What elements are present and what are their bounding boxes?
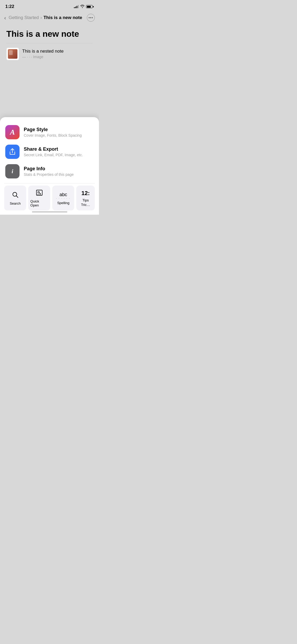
status-time: 1:22 xyxy=(5,4,14,9)
status-icons xyxy=(74,4,94,9)
svg-line-4 xyxy=(40,193,41,194)
bottom-sheet: A Page Style Cover Image, Fonts, Block S… xyxy=(0,117,99,215)
more-dots-icon: ••• xyxy=(88,16,93,20)
page-style-text: Page Style Cover Image, Fonts, Block Spa… xyxy=(24,127,82,137)
search-action-button[interactable]: Search xyxy=(4,186,26,210)
svg-point-3 xyxy=(38,191,39,193)
wifi-icon xyxy=(80,4,84,9)
nested-note-thumbnail xyxy=(6,48,19,60)
back-button[interactable]: ‹ xyxy=(4,15,7,21)
status-bar: 1:22 xyxy=(0,0,99,12)
battery-icon xyxy=(86,5,94,8)
nested-note-title: This is a nested note xyxy=(22,49,64,54)
breadcrumb-current: This is a new note xyxy=(44,15,82,20)
quick-open-action-button[interactable]: Quick Open xyxy=(28,186,50,210)
thumbnail-image xyxy=(8,49,17,59)
nested-note-item[interactable]: This is a nested note — · · · Image xyxy=(6,48,93,60)
page-style-icon: A xyxy=(5,125,20,139)
nested-note-text: This is a nested note — · · · Image xyxy=(22,49,64,59)
spelling-label: Spelling xyxy=(57,201,69,205)
note-title: This is a new note xyxy=(6,29,93,39)
sheet-divider xyxy=(4,183,95,183)
share-export-item[interactable]: Share & Export Secret Link, Email, PDF, … xyxy=(4,142,95,162)
search-icon xyxy=(12,191,19,200)
note-divider xyxy=(6,43,93,43)
search-label: Search xyxy=(10,201,21,205)
share-arrow-icon xyxy=(9,148,16,155)
tips-action-button[interactable]: 12: TipsTric… xyxy=(76,186,95,210)
spelling-action-button[interactable]: abc · · · · · · Spelling xyxy=(52,186,74,210)
share-export-icon xyxy=(5,145,20,159)
page-style-subtitle: Cover Image, Fonts, Block Spacing xyxy=(24,133,82,137)
page-style-title: Page Style xyxy=(24,127,82,132)
actions-row: Search Quick Open abc · · · · · · xyxy=(4,186,95,210)
home-indicator xyxy=(32,211,67,213)
info-letter-icon: i xyxy=(12,168,13,175)
share-export-text: Share & Export Secret Link, Email, PDF, … xyxy=(24,146,83,157)
tips-label: TipsTric… xyxy=(81,198,90,207)
page-info-text: Page Info Stats & Properties of this pag… xyxy=(24,166,74,177)
page-info-subtitle: Stats & Properties of this page xyxy=(24,172,74,177)
spelling-icon: abc · · · · · · xyxy=(56,192,70,199)
tips-icon: 12: xyxy=(81,189,90,197)
breadcrumb-parent[interactable]: Getting Started xyxy=(9,15,39,20)
breadcrumb: Getting Started › This is a new note xyxy=(9,15,85,20)
breadcrumb-separator: › xyxy=(40,15,42,20)
signal-icon xyxy=(74,5,79,8)
share-export-subtitle: Secret Link, Email, PDF, Image, etc. xyxy=(24,153,83,157)
more-options-button[interactable]: ••• xyxy=(87,14,95,22)
page-style-item[interactable]: A Page Style Cover Image, Fonts, Block S… xyxy=(4,122,95,142)
back-chevron-icon: ‹ xyxy=(4,15,6,21)
note-content: This is a new note This is a nested note… xyxy=(0,24,99,63)
page-style-letter: A xyxy=(10,128,15,136)
quick-open-icon xyxy=(36,189,43,198)
nav-bar: ‹ Getting Started › This is a new note •… xyxy=(0,12,99,24)
quick-open-label: Quick Open xyxy=(30,199,48,207)
page-info-item[interactable]: i Page Info Stats & Properties of this p… xyxy=(4,162,95,181)
share-export-title: Share & Export xyxy=(24,146,83,152)
page-info-icon: i xyxy=(5,164,20,178)
nested-note-subtitle: — · · · Image xyxy=(22,55,64,59)
svg-line-1 xyxy=(16,196,18,197)
page-info-title: Page Info xyxy=(24,166,74,172)
